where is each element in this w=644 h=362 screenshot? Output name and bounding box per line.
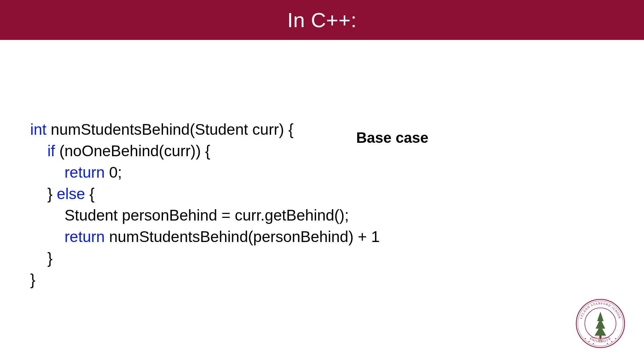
- annotation-base-case: Base case: [356, 129, 428, 146]
- kw-return-1: return: [64, 164, 105, 181]
- svg-rect-5: [599, 335, 601, 339]
- code-line-7: }: [30, 249, 53, 267]
- code-line-8: }: [30, 271, 35, 288]
- svg-point-7: [585, 338, 586, 339]
- stanford-seal-icon: LELAND STANFORD JUNIOR UNIVERSITY 1891: [575, 298, 626, 349]
- code-line-2: if (noOneBehind(curr)) {: [30, 142, 210, 160]
- code-line-4: } else {: [30, 185, 95, 202]
- code-line-1: int numStudentsBehind(Student curr) {: [30, 121, 293, 138]
- kw-if: if: [47, 142, 55, 160]
- svg-point-9: [593, 343, 594, 344]
- svg-point-8: [589, 341, 590, 342]
- svg-point-12: [607, 343, 608, 344]
- kw-else: else: [57, 185, 85, 202]
- kw-return-2: return: [64, 228, 105, 245]
- svg-text:1891: 1891: [598, 339, 603, 342]
- kw-int: int: [30, 121, 47, 138]
- svg-point-11: [611, 341, 612, 342]
- content-area: int numStudentsBehind(Student curr) { if…: [30, 97, 500, 290]
- svg-point-10: [615, 338, 616, 339]
- code-line-3: return 0;: [30, 164, 122, 181]
- slide-title: In C++:: [287, 8, 357, 32]
- code-line-5: Student personBehind = curr.getBehind();: [30, 206, 349, 224]
- code-block: int numStudentsBehind(Student curr) { if…: [30, 97, 500, 290]
- code-line-6: return numStudentsBehind(personBehind) +…: [30, 228, 380, 245]
- title-bar: In C++:: [0, 0, 644, 40]
